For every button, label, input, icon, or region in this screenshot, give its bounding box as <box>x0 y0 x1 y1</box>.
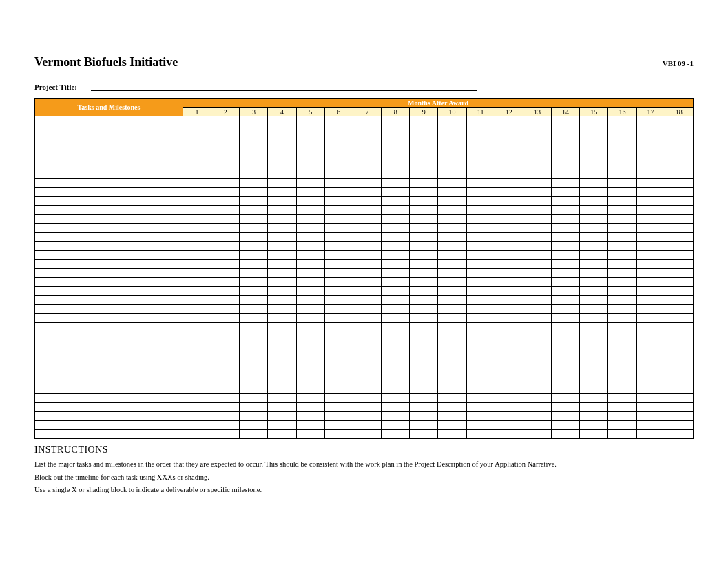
month-cell[interactable] <box>410 376 438 385</box>
month-cell[interactable] <box>495 233 523 242</box>
month-cell[interactable] <box>353 251 381 260</box>
month-cell[interactable] <box>296 340 324 349</box>
month-cell[interactable] <box>466 134 495 143</box>
month-cell[interactable] <box>211 233 240 242</box>
month-cell[interactable] <box>382 242 410 251</box>
month-cell[interactable] <box>240 358 268 367</box>
month-cell[interactable] <box>211 251 240 260</box>
month-cell[interactable] <box>580 403 608 412</box>
month-cell[interactable] <box>183 179 211 188</box>
month-cell[interactable] <box>240 188 268 197</box>
month-cell[interactable] <box>296 421 324 430</box>
month-cell[interactable] <box>438 412 466 421</box>
task-cell[interactable] <box>35 269 183 278</box>
month-cell[interactable] <box>211 430 240 439</box>
month-cell[interactable] <box>466 179 495 188</box>
month-cell[interactable] <box>523 385 551 394</box>
month-cell[interactable] <box>636 430 665 439</box>
month-cell[interactable] <box>382 224 410 233</box>
month-cell[interactable] <box>240 349 268 358</box>
month-cell[interactable] <box>268 358 296 367</box>
month-cell[interactable] <box>438 358 466 367</box>
month-cell[interactable] <box>410 233 438 242</box>
month-cell[interactable] <box>608 179 636 188</box>
month-cell[interactable] <box>552 170 580 179</box>
month-cell[interactable] <box>552 430 580 439</box>
month-cell[interactable] <box>240 143 268 152</box>
month-cell[interactable] <box>410 305 438 314</box>
month-cell[interactable] <box>466 188 495 197</box>
month-cell[interactable] <box>296 116 324 125</box>
month-cell[interactable] <box>268 349 296 358</box>
month-cell[interactable] <box>183 367 211 376</box>
month-cell[interactable] <box>438 179 466 188</box>
month-cell[interactable] <box>211 179 240 188</box>
task-cell[interactable] <box>35 331 183 340</box>
month-cell[interactable] <box>523 206 551 215</box>
month-cell[interactable] <box>183 143 211 152</box>
month-cell[interactable] <box>268 421 296 430</box>
month-cell[interactable] <box>552 349 580 358</box>
month-cell[interactable] <box>552 421 580 430</box>
month-cell[interactable] <box>665 376 693 385</box>
month-cell[interactable] <box>608 385 636 394</box>
month-cell[interactable] <box>466 385 495 394</box>
month-cell[interactable] <box>438 349 466 358</box>
month-cell[interactable] <box>636 188 665 197</box>
month-cell[interactable] <box>410 287 438 296</box>
month-cell[interactable] <box>636 314 665 323</box>
month-cell[interactable] <box>523 161 551 170</box>
month-cell[interactable] <box>268 269 296 278</box>
task-cell[interactable] <box>35 305 183 314</box>
month-cell[interactable] <box>466 394 495 403</box>
month-cell[interactable] <box>410 179 438 188</box>
month-cell[interactable] <box>353 367 381 376</box>
month-cell[interactable] <box>382 116 410 125</box>
month-cell[interactable] <box>183 394 211 403</box>
month-cell[interactable] <box>353 134 381 143</box>
month-cell[interactable] <box>382 152 410 161</box>
month-cell[interactable] <box>665 430 693 439</box>
month-cell[interactable] <box>324 152 353 161</box>
month-cell[interactable] <box>324 242 353 251</box>
month-cell[interactable] <box>608 421 636 430</box>
month-cell[interactable] <box>324 251 353 260</box>
month-cell[interactable] <box>183 224 211 233</box>
month-cell[interactable] <box>552 161 580 170</box>
month-cell[interactable] <box>495 421 523 430</box>
month-cell[interactable] <box>353 206 381 215</box>
month-cell[interactable] <box>296 269 324 278</box>
month-cell[interactable] <box>466 269 495 278</box>
month-cell[interactable] <box>410 278 438 287</box>
month-cell[interactable] <box>466 376 495 385</box>
month-cell[interactable] <box>495 161 523 170</box>
month-cell[interactable] <box>552 215 580 224</box>
month-cell[interactable] <box>466 206 495 215</box>
month-cell[interactable] <box>580 287 608 296</box>
month-cell[interactable] <box>608 340 636 349</box>
month-cell[interactable] <box>438 251 466 260</box>
month-cell[interactable] <box>495 349 523 358</box>
month-cell[interactable] <box>211 269 240 278</box>
month-cell[interactable] <box>268 179 296 188</box>
month-cell[interactable] <box>523 331 551 340</box>
month-cell[interactable] <box>665 206 693 215</box>
month-cell[interactable] <box>183 242 211 251</box>
month-cell[interactable] <box>495 376 523 385</box>
month-cell[interactable] <box>240 242 268 251</box>
task-cell[interactable] <box>35 314 183 323</box>
month-cell[interactable] <box>382 296 410 305</box>
month-cell[interactable] <box>268 323 296 331</box>
month-cell[interactable] <box>324 116 353 125</box>
month-cell[interactable] <box>183 287 211 296</box>
month-cell[interactable] <box>211 394 240 403</box>
month-cell[interactable] <box>211 340 240 349</box>
month-cell[interactable] <box>466 412 495 421</box>
month-cell[interactable] <box>636 161 665 170</box>
month-cell[interactable] <box>580 134 608 143</box>
month-cell[interactable] <box>608 412 636 421</box>
month-cell[interactable] <box>665 152 693 161</box>
month-cell[interactable] <box>183 340 211 349</box>
month-cell[interactable] <box>353 385 381 394</box>
month-cell[interactable] <box>183 260 211 269</box>
